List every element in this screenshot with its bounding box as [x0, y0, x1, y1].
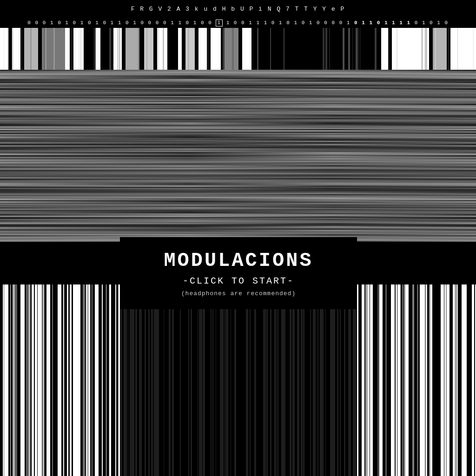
title-overlay[interactable]: MODULACIONS -CLICK TO START- (headphones…	[120, 237, 357, 309]
barcode-top-canvas	[0, 28, 476, 70]
app-title: MODULACIONS	[164, 250, 313, 272]
scanlines-canvas	[0, 70, 476, 242]
binary-sequence: 0 0 0 1 0 1 0 1 0 1 0 1 1 0 1 0 0 0 0 1 …	[27, 20, 448, 26]
app[interactable]: F R G V 2 A 3 k u d H b U P i N Q 7 T T …	[0, 0, 476, 476]
header-chars: F R G V 2 A 3 k u d H b U P i N Q 7 T T …	[0, 0, 476, 18]
headphones-note: (headphones are recommended)	[181, 290, 296, 297]
header-char-sequence: F R G V 2 A 3 k u d H b U P i N Q 7 T T …	[131, 6, 345, 13]
click-to-start-label: -CLICK TO START-	[183, 276, 294, 286]
barcode-bottom-canvas	[0, 284, 476, 476]
binary-highlight: 1	[216, 20, 222, 26]
binary-row: 0 0 0 1 0 1 0 1 0 1 0 1 1 0 1 0 0 0 0 1 …	[0, 18, 476, 28]
